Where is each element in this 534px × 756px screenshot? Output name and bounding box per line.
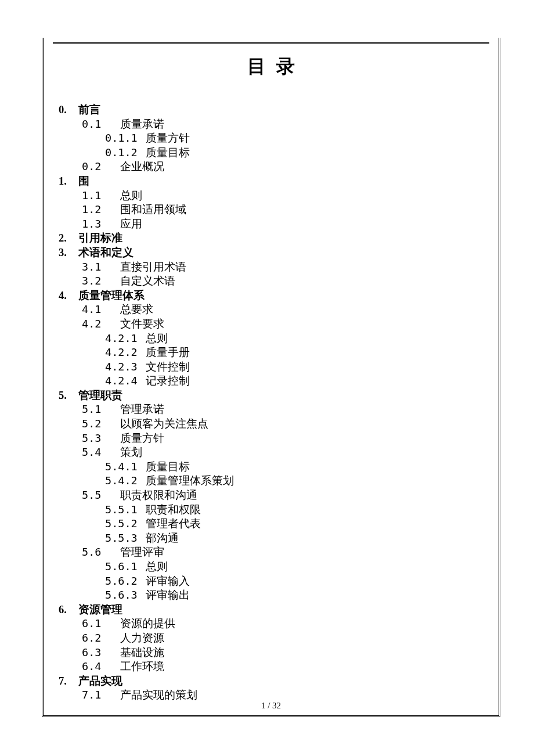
toc-entry-number: 5.4 (82, 445, 120, 460)
toc-entry: 1.围 (53, 174, 489, 189)
toc-title: 目录 (63, 54, 489, 80)
toc-entry: 5.5职责权限和沟通 (53, 488, 489, 503)
toc-entry-label: 自定义术语 (120, 275, 175, 287)
toc-entry-label: 管理职责 (78, 390, 122, 401)
toc-entry-label: 质量方针 (146, 132, 190, 144)
toc-entry-number: 6.4 (82, 660, 120, 674)
toc-entry-number: 6.2 (82, 631, 120, 646)
toc-entry: 6.3基础设施 (53, 646, 489, 660)
toc-entry: 5.5.3部沟通 (53, 531, 489, 546)
toc-entry-number: 0.1 (82, 117, 120, 132)
toc-entry: 5.6管理评审 (53, 545, 489, 560)
toc-entry-label: 管理评审 (120, 546, 164, 558)
toc-entry-label: 评审输出 (146, 589, 190, 601)
toc-entry-number: 0.1.1 (105, 131, 146, 146)
toc-entry-number: 5.1 (82, 402, 120, 417)
toc-entry-label: 策划 (120, 447, 142, 458)
toc-entry-number: 6.1 (82, 617, 120, 631)
toc-entry-label: 工作环境 (120, 661, 164, 672)
toc-entry-label: 质量目标 (146, 147, 190, 159)
toc-entry: 3.2自定义术语 (53, 274, 489, 289)
toc-entry: 7.产品实现 (53, 674, 489, 689)
toc-entry: 6.1资源的提供 (53, 617, 489, 631)
toc-entry: 5.1管理承诺 (53, 402, 489, 417)
toc-entry: 6.资源管理 (53, 603, 489, 617)
toc-entry: 5.4.2质量管理体系策划 (53, 474, 489, 488)
top-rule (53, 42, 489, 44)
toc-entry: 4.2.1总则 (53, 332, 489, 346)
toc-entry: 5.6.2评审输入 (53, 574, 489, 589)
toc-entry-number: 4.2.4 (105, 374, 146, 388)
toc-entry-label: 质量方针 (120, 433, 164, 444)
toc-entry-number: 5.3 (82, 431, 120, 446)
toc-entry: 1.1总则 (53, 189, 489, 203)
toc-entry-number: 6. (59, 603, 78, 617)
toc-entry: 1.3应用 (53, 217, 489, 232)
toc-entry: 4.2.4记录控制 (53, 374, 489, 388)
toc-entry-label: 以顾客为关注焦点 (120, 418, 208, 430)
toc-entry-number: 5.2 (82, 417, 120, 431)
toc-entry-label: 质量管理体系策划 (146, 475, 234, 487)
toc-body: 0.前言0.1质量承诺0.1.1质量方针0.1.2质量目标0.2企业概况1.围1… (53, 103, 489, 703)
toc-entry-label: 直接引用术语 (120, 261, 186, 273)
toc-entry-label: 资源管理 (78, 604, 122, 615)
toc-entry-label: 总则 (146, 333, 168, 344)
toc-entry-label: 质量手册 (146, 347, 190, 358)
toc-entry-label: 文件控制 (146, 361, 190, 373)
toc-entry-label: 管理者代表 (146, 518, 201, 530)
toc-entry-number: 0.1.2 (105, 146, 146, 160)
toc-entry-number: 5.5.1 (105, 503, 146, 517)
toc-entry-label: 部沟通 (146, 532, 179, 544)
toc-entry-number: 4.2.3 (105, 360, 146, 375)
toc-entry: 6.2人力资源 (53, 631, 489, 646)
toc-entry-label: 管理承诺 (120, 404, 164, 415)
toc-entry-label: 总则 (120, 190, 142, 201)
toc-entry-number: 5.4.1 (105, 460, 146, 474)
toc-entry-number: 1.1 (82, 189, 120, 203)
toc-entry-number: 0.2 (82, 160, 120, 174)
toc-entry-number: 3.2 (82, 274, 120, 289)
toc-entry-number: 5.5.3 (105, 531, 146, 546)
toc-entry: 0.1.1质量方针 (53, 131, 489, 146)
toc-entry: 5.4.1质量目标 (53, 460, 489, 474)
toc-entry: 4.2.2质量手册 (53, 345, 489, 360)
toc-entry: 3.1直接引用术语 (53, 260, 489, 275)
toc-entry-label: 职责权限和沟通 (120, 489, 197, 501)
toc-entry: 3.术语和定义 (53, 246, 489, 260)
page-footer: 1 / 32 (44, 701, 499, 711)
toc-entry-number: 4.2.2 (105, 345, 146, 360)
toc-entry-label: 质量承诺 (120, 118, 164, 130)
toc-entry-label: 企业概况 (120, 161, 164, 172)
toc-entry-number: 5.5.2 (105, 517, 146, 531)
toc-entry-number: 6.3 (82, 646, 120, 660)
toc-entry: 5.5.2管理者代表 (53, 517, 489, 531)
toc-entry-number: 2. (59, 231, 78, 246)
toc-entry-number: 1.3 (82, 217, 120, 232)
toc-entry: 0.1质量承诺 (53, 117, 489, 132)
toc-entry-number: 5.6.3 (105, 588, 146, 603)
toc-entry-label: 质量管理体系 (78, 290, 145, 301)
toc-entry-label: 围 (78, 175, 89, 187)
toc-entry: 5.6.1总则 (53, 560, 489, 574)
toc-entry-label: 产品实现的策划 (120, 689, 197, 701)
toc-entry: 5.2以顾客为关注焦点 (53, 417, 489, 431)
toc-entry-number: 1. (59, 174, 78, 189)
toc-entry: 5.管理职责 (53, 388, 489, 403)
toc-entry-number: 4. (59, 289, 78, 303)
toc-entry: 2.引用标准 (53, 231, 489, 246)
toc-entry-label: 人力资源 (120, 632, 164, 644)
toc-entry: 0.前言 (53, 103, 489, 117)
toc-entry-label: 文件要求 (120, 318, 164, 330)
toc-entry-label: 评审输入 (146, 575, 190, 587)
toc-entry-number: 3. (59, 246, 78, 260)
toc-entry-number: 3.1 (82, 260, 120, 275)
toc-entry-label: 术语和定义 (78, 247, 134, 258)
page-frame: 目录 0.前言0.1质量承诺0.1.1质量方针0.1.2质量目标0.2企业概况1… (42, 38, 500, 717)
toc-entry: 4.2文件要求 (53, 317, 489, 332)
toc-entry: 5.3质量方针 (53, 431, 489, 446)
toc-entry-number: 1.2 (82, 203, 120, 217)
toc-entry-label: 记录控制 (146, 375, 190, 387)
toc-entry-number: 5.6 (82, 545, 120, 560)
toc-entry-label: 前言 (78, 104, 100, 116)
toc-entry: 5.6.3评审输出 (53, 588, 489, 603)
